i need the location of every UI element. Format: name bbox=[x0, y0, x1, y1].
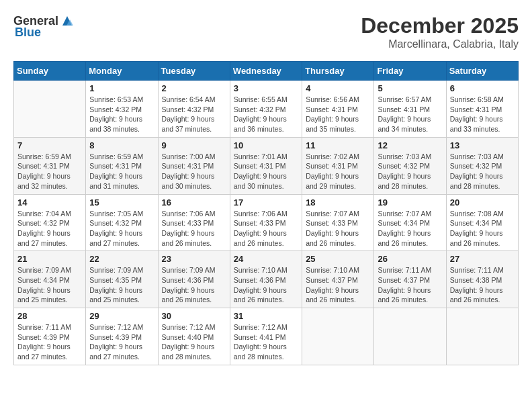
calendar-cell: 31Sunrise: 7:12 AM Sunset: 4:41 PM Dayli… bbox=[230, 308, 302, 365]
day-number: 29 bbox=[89, 311, 154, 321]
calendar-cell: 24Sunrise: 7:10 AM Sunset: 4:36 PM Dayli… bbox=[230, 251, 302, 308]
weekday-header-saturday: Saturday bbox=[446, 62, 518, 81]
calendar-cell bbox=[14, 81, 86, 138]
day-info: Sunrise: 7:07 AM Sunset: 4:33 PM Dayligh… bbox=[306, 209, 370, 248]
page-header: General Blue December 2025 Marcellinara,… bbox=[13, 13, 519, 50]
day-number: 30 bbox=[162, 311, 226, 321]
day-info: Sunrise: 7:11 AM Sunset: 4:37 PM Dayligh… bbox=[378, 265, 442, 305]
weekday-header-friday: Friday bbox=[374, 62, 446, 81]
day-info: Sunrise: 7:11 AM Sunset: 4:39 PM Dayligh… bbox=[17, 322, 82, 362]
calendar-cell: 10Sunrise: 7:01 AM Sunset: 4:31 PM Dayli… bbox=[230, 137, 302, 194]
calendar-cell: 28Sunrise: 7:11 AM Sunset: 4:39 PM Dayli… bbox=[14, 308, 86, 365]
day-number: 26 bbox=[378, 254, 442, 264]
day-info: Sunrise: 6:55 AM Sunset: 4:32 PM Dayligh… bbox=[234, 95, 298, 134]
calendar-cell: 15Sunrise: 7:05 AM Sunset: 4:32 PM Dayli… bbox=[86, 194, 158, 251]
day-number: 23 bbox=[162, 254, 226, 264]
calendar-week-row: 28Sunrise: 7:11 AM Sunset: 4:39 PM Dayli… bbox=[14, 308, 519, 365]
day-number: 1 bbox=[89, 83, 154, 93]
day-number: 4 bbox=[306, 83, 370, 93]
calendar-cell bbox=[302, 308, 374, 365]
day-info: Sunrise: 6:58 AM Sunset: 4:31 PM Dayligh… bbox=[450, 95, 515, 134]
calendar-cell: 23Sunrise: 7:09 AM Sunset: 4:36 PM Dayli… bbox=[158, 251, 230, 308]
calendar-cell: 3Sunrise: 6:55 AM Sunset: 4:32 PM Daylig… bbox=[230, 81, 302, 138]
day-number: 15 bbox=[89, 197, 154, 208]
calendar-week-row: 1Sunrise: 6:53 AM Sunset: 4:32 PM Daylig… bbox=[14, 81, 519, 138]
day-info: Sunrise: 7:03 AM Sunset: 4:32 PM Dayligh… bbox=[378, 152, 442, 191]
calendar-cell: 2Sunrise: 6:54 AM Sunset: 4:32 PM Daylig… bbox=[158, 81, 230, 138]
calendar-cell: 18Sunrise: 7:07 AM Sunset: 4:33 PM Dayli… bbox=[302, 194, 374, 251]
month-title: December 2025 bbox=[361, 13, 519, 38]
day-info: Sunrise: 7:03 AM Sunset: 4:32 PM Dayligh… bbox=[450, 152, 515, 191]
calendar-cell: 27Sunrise: 7:11 AM Sunset: 4:38 PM Dayli… bbox=[446, 251, 518, 308]
day-info: Sunrise: 7:12 AM Sunset: 4:40 PM Dayligh… bbox=[162, 322, 226, 362]
day-number: 14 bbox=[17, 197, 82, 208]
calendar-cell: 7Sunrise: 6:59 AM Sunset: 4:31 PM Daylig… bbox=[14, 137, 86, 194]
day-info: Sunrise: 7:06 AM Sunset: 4:33 PM Dayligh… bbox=[162, 209, 226, 248]
calendar-cell: 9Sunrise: 7:00 AM Sunset: 4:31 PM Daylig… bbox=[158, 137, 230, 194]
calendar-cell bbox=[446, 308, 518, 365]
logo-icon bbox=[60, 13, 75, 28]
day-number: 3 bbox=[234, 83, 298, 93]
day-info: Sunrise: 7:00 AM Sunset: 4:31 PM Dayligh… bbox=[162, 152, 226, 191]
day-info: Sunrise: 7:09 AM Sunset: 4:34 PM Dayligh… bbox=[17, 265, 82, 305]
location-title: Marcellinara, Calabria, Italy bbox=[361, 38, 519, 50]
calendar-cell: 21Sunrise: 7:09 AM Sunset: 4:34 PM Dayli… bbox=[14, 251, 86, 308]
calendar-cell: 17Sunrise: 7:06 AM Sunset: 4:33 PM Dayli… bbox=[230, 194, 302, 251]
day-info: Sunrise: 7:09 AM Sunset: 4:35 PM Dayligh… bbox=[89, 265, 154, 305]
day-number: 11 bbox=[306, 140, 370, 150]
weekday-header-tuesday: Tuesday bbox=[158, 62, 230, 81]
day-number: 13 bbox=[450, 140, 515, 150]
title-block: December 2025 Marcellinara, Calabria, It… bbox=[361, 13, 519, 50]
day-number: 8 bbox=[89, 140, 154, 150]
day-info: Sunrise: 7:09 AM Sunset: 4:36 PM Dayligh… bbox=[162, 265, 226, 305]
day-number: 12 bbox=[378, 140, 442, 150]
day-number: 9 bbox=[162, 140, 226, 150]
calendar-cell: 20Sunrise: 7:08 AM Sunset: 4:34 PM Dayli… bbox=[446, 194, 518, 251]
calendar-table: SundayMondayTuesdayWednesdayThursdayFrid… bbox=[13, 61, 519, 365]
logo-blue: Blue bbox=[15, 26, 41, 40]
calendar-cell: 30Sunrise: 7:12 AM Sunset: 4:40 PM Dayli… bbox=[158, 308, 230, 365]
calendar-cell: 6Sunrise: 6:58 AM Sunset: 4:31 PM Daylig… bbox=[446, 81, 518, 138]
day-number: 17 bbox=[234, 197, 298, 208]
day-number: 28 bbox=[17, 311, 82, 321]
calendar-cell: 1Sunrise: 6:53 AM Sunset: 4:32 PM Daylig… bbox=[86, 81, 158, 138]
day-info: Sunrise: 7:12 AM Sunset: 4:41 PM Dayligh… bbox=[234, 322, 298, 362]
day-info: Sunrise: 6:56 AM Sunset: 4:31 PM Dayligh… bbox=[306, 95, 370, 134]
day-number: 7 bbox=[17, 140, 82, 150]
weekday-header-row: SundayMondayTuesdayWednesdayThursdayFrid… bbox=[14, 62, 519, 81]
day-number: 19 bbox=[378, 197, 442, 208]
day-number: 2 bbox=[162, 83, 226, 93]
day-number: 20 bbox=[450, 197, 515, 208]
day-info: Sunrise: 7:01 AM Sunset: 4:31 PM Dayligh… bbox=[234, 152, 298, 191]
day-number: 31 bbox=[234, 311, 298, 321]
day-info: Sunrise: 6:53 AM Sunset: 4:32 PM Dayligh… bbox=[89, 95, 154, 134]
day-number: 6 bbox=[450, 83, 515, 93]
day-info: Sunrise: 7:05 AM Sunset: 4:32 PM Dayligh… bbox=[89, 209, 154, 248]
calendar-cell: 26Sunrise: 7:11 AM Sunset: 4:37 PM Dayli… bbox=[374, 251, 446, 308]
calendar-cell: 29Sunrise: 7:12 AM Sunset: 4:39 PM Dayli… bbox=[86, 308, 158, 365]
day-info: Sunrise: 7:10 AM Sunset: 4:37 PM Dayligh… bbox=[306, 265, 370, 305]
calendar-cell: 4Sunrise: 6:56 AM Sunset: 4:31 PM Daylig… bbox=[302, 81, 374, 138]
day-info: Sunrise: 7:06 AM Sunset: 4:33 PM Dayligh… bbox=[234, 209, 298, 248]
day-number: 22 bbox=[89, 254, 154, 264]
calendar-cell: 12Sunrise: 7:03 AM Sunset: 4:32 PM Dayli… bbox=[374, 137, 446, 194]
day-info: Sunrise: 6:57 AM Sunset: 4:31 PM Dayligh… bbox=[378, 95, 442, 134]
day-info: Sunrise: 7:07 AM Sunset: 4:34 PM Dayligh… bbox=[378, 209, 442, 248]
calendar-cell: 25Sunrise: 7:10 AM Sunset: 4:37 PM Dayli… bbox=[302, 251, 374, 308]
weekday-header-sunday: Sunday bbox=[14, 62, 86, 81]
day-info: Sunrise: 7:04 AM Sunset: 4:32 PM Dayligh… bbox=[17, 209, 82, 248]
calendar-cell: 22Sunrise: 7:09 AM Sunset: 4:35 PM Dayli… bbox=[86, 251, 158, 308]
day-number: 25 bbox=[306, 254, 370, 264]
weekday-header-wednesday: Wednesday bbox=[230, 62, 302, 81]
day-info: Sunrise: 7:08 AM Sunset: 4:34 PM Dayligh… bbox=[450, 209, 515, 248]
calendar-week-row: 14Sunrise: 7:04 AM Sunset: 4:32 PM Dayli… bbox=[14, 194, 519, 251]
calendar-week-row: 21Sunrise: 7:09 AM Sunset: 4:34 PM Dayli… bbox=[14, 251, 519, 308]
day-info: Sunrise: 7:10 AM Sunset: 4:36 PM Dayligh… bbox=[234, 265, 298, 305]
calendar-cell: 16Sunrise: 7:06 AM Sunset: 4:33 PM Dayli… bbox=[158, 194, 230, 251]
day-number: 10 bbox=[234, 140, 298, 150]
calendar-cell: 19Sunrise: 7:07 AM Sunset: 4:34 PM Dayli… bbox=[374, 194, 446, 251]
day-number: 21 bbox=[17, 254, 82, 264]
day-info: Sunrise: 6:54 AM Sunset: 4:32 PM Dayligh… bbox=[162, 95, 226, 134]
calendar-week-row: 7Sunrise: 6:59 AM Sunset: 4:31 PM Daylig… bbox=[14, 137, 519, 194]
calendar-cell bbox=[374, 308, 446, 365]
